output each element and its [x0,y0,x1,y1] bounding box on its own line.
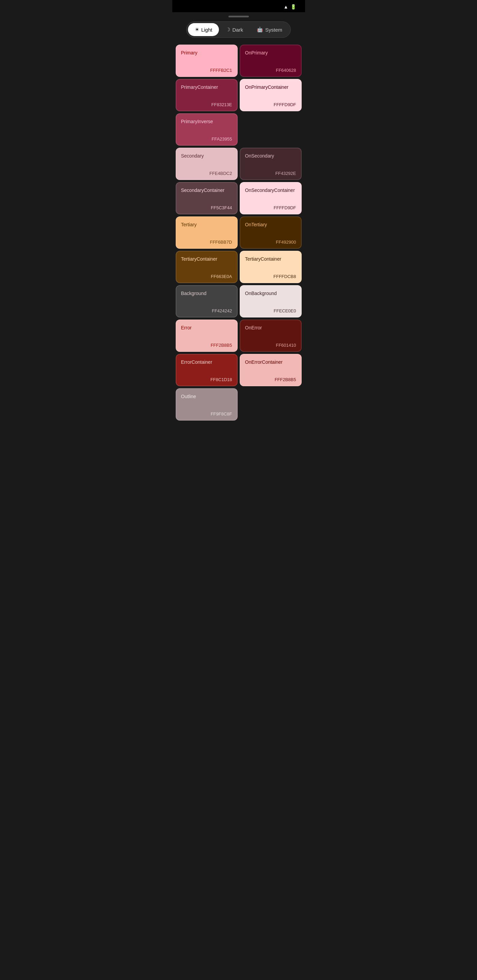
color-name: Primary [181,50,232,56]
color-name: TertiaryContainer [181,256,232,262]
dark-label: Dark [232,27,243,33]
color-card[interactable]: OutlineFF9F8C8F [175,388,238,421]
battery-icon: 🔋 [290,4,296,10]
color-hex: FFE4BDC2 [181,171,232,176]
theme-selector: ☀ Light ☽ Dark 🤖 System [186,21,291,38]
color-hex: FF83213E [181,102,232,107]
color-card[interactable]: SecondaryContainerFF5C3F44 [175,182,238,215]
moon-icon: ☽ [226,27,230,33]
color-card[interactable] [240,113,302,146]
android-icon: 🤖 [257,27,263,33]
color-hex: FFF2B8B5 [245,377,296,382]
color-card[interactable]: OnErrorContainerFFF2B8B5 [240,354,302,386]
color-name: OnPrimary [245,50,296,56]
drag-indicator [228,16,249,18]
color-hex: FFFFD9DF [245,205,296,210]
color-hex: FFFFB2C1 [181,68,232,73]
signal-icon: ▲ [284,4,289,10]
color-hex: FF601410 [245,343,296,348]
color-name: Tertiary [181,222,232,227]
light-label: Light [201,27,212,33]
color-card[interactable]: OnPrimaryContainerFFFFD9DF [240,79,302,111]
color-hex: FFFFD9DF [245,102,296,107]
color-card[interactable]: TertiaryContainerFF663E0A [175,251,238,283]
color-name: OnPrimaryContainer [245,84,296,90]
color-hex: FF5C3F44 [181,205,232,210]
color-hex: FF640628 [245,68,296,73]
color-hex: FF492900 [245,240,296,245]
color-name: TertiaryContainer [245,256,296,262]
sun-icon: ☀ [195,27,199,33]
color-card[interactable]: OnTertiaryFF492900 [240,216,302,249]
color-name: OnSecondary [245,153,296,159]
color-hex: FFA23955 [181,137,232,142]
color-name: PrimaryContainer [181,84,232,90]
color-card[interactable]: PrimaryContainerFF83213E [175,79,238,111]
status-bar: ▲ 🔋 [172,0,305,12]
color-card[interactable]: ErrorContainerFF8C1D18 [175,354,238,386]
color-name: PrimaryInverse [181,119,232,124]
color-name: OnSecondaryContainer [245,188,296,193]
theme-button-system[interactable]: 🤖 System [250,23,289,36]
color-card[interactable]: TertiaryFFF6BB7D [175,216,238,249]
color-name: OnBackground [245,291,296,296]
color-card[interactable]: BackgroundFF424242 [175,285,238,318]
color-hex: FFFFDCB8 [245,274,296,279]
color-name: Outline [181,394,232,399]
color-name: Error [181,325,232,331]
system-label: System [265,27,282,33]
theme-button-dark[interactable]: ☽ Dark [219,23,250,36]
color-name: SecondaryContainer [181,188,232,193]
color-grid: PrimaryFFFFB2C1OnPrimaryFF640628PrimaryC… [172,45,305,427]
theme-button-light[interactable]: ☀ Light [188,23,219,36]
color-card[interactable]: SecondaryFFE4BDC2 [175,148,238,180]
color-card[interactable]: PrimaryInverseFFA23955 [175,113,238,146]
color-hex: FF43292E [245,171,296,176]
color-card[interactable]: OnBackgroundFFECE0E0 [240,285,302,318]
color-name: OnErrorContainer [245,360,296,365]
color-card[interactable]: OnPrimaryFF640628 [240,45,302,77]
color-hex: FFF6BB7D [181,240,232,245]
color-hex: FF8C1D18 [181,377,232,382]
color-name: Secondary [181,153,232,159]
color-card[interactable]: OnErrorFF601410 [240,320,302,352]
color-name: ErrorContainer [181,360,232,365]
color-hex: FF9F8C8F [181,411,232,417]
status-icons: ▲ 🔋 [282,4,298,10]
color-name: Background [181,291,232,296]
color-name: OnTertiary [245,222,296,227]
color-card[interactable]: TertiaryContainerFFFFDCB8 [240,251,302,283]
color-hex: FFF2B8B5 [181,343,232,348]
color-name: OnError [245,325,296,331]
color-hex: FF424242 [181,308,232,313]
color-hex: FFECE0E0 [245,308,296,313]
color-card[interactable]: OnSecondaryContainerFFFFD9DF [240,182,302,215]
color-card[interactable]: PrimaryFFFFB2C1 [175,45,238,77]
color-card[interactable]: OnSecondaryFF43292E [240,148,302,180]
color-card[interactable]: ErrorFFF2B8B5 [175,320,238,352]
color-hex: FF663E0A [181,274,232,279]
